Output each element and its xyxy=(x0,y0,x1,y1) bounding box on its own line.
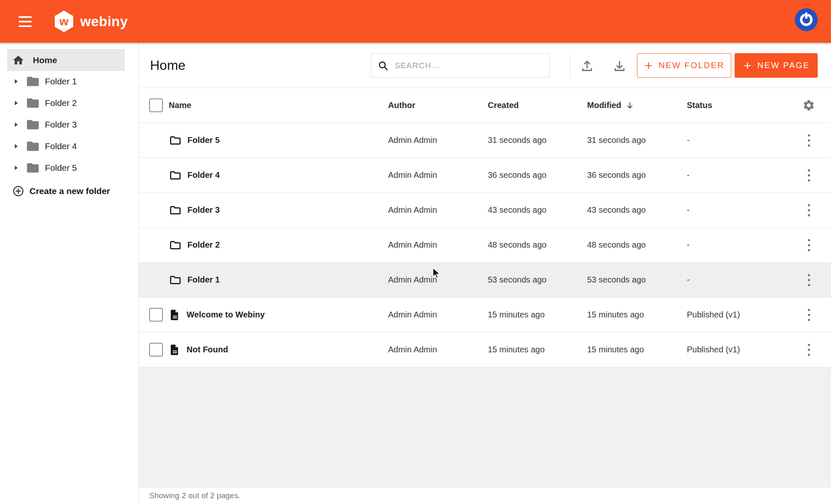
page-icon xyxy=(169,309,181,321)
column-header-author[interactable]: Author xyxy=(388,101,488,110)
row-author: Admin Admin xyxy=(388,275,488,285)
new-page-button[interactable]: NEW PAGE xyxy=(735,53,818,78)
import-button[interactable] xyxy=(578,58,596,74)
sidebar-item-folder-4[interactable]: Folder 4 xyxy=(0,135,138,157)
folder-icon xyxy=(26,161,40,175)
row-created: 31 seconds ago xyxy=(488,135,587,145)
row-menu-button[interactable] xyxy=(803,167,815,184)
row-author: Admin Admin xyxy=(388,345,488,354)
row-name: Folder 1 xyxy=(187,275,220,285)
column-header-name[interactable]: Name xyxy=(169,101,388,110)
caret-right-icon[interactable] xyxy=(11,77,20,86)
search-input[interactable] xyxy=(395,61,543,70)
toolbar: Home NEW FOLDER xyxy=(139,43,831,88)
main-content: Home NEW FOLDER xyxy=(139,43,831,504)
row-menu-button[interactable] xyxy=(803,341,815,359)
select-all-checkbox[interactable] xyxy=(149,98,163,112)
webiny-logo[interactable]: w webiny xyxy=(54,0,128,43)
row-modified: 48 seconds ago xyxy=(587,240,687,250)
kebab-icon xyxy=(807,203,811,217)
page-title: Home xyxy=(150,58,185,73)
folder-icon xyxy=(26,118,40,132)
row-modified: 43 seconds ago xyxy=(587,205,687,215)
sidebar-folder-label: Folder 2 xyxy=(45,98,77,108)
brand-wordmark: webiny xyxy=(80,14,128,30)
row-menu-button[interactable] xyxy=(803,236,815,254)
row-modified: 36 seconds ago xyxy=(587,170,687,180)
plus-icon xyxy=(644,61,654,71)
column-header-created[interactable]: Created xyxy=(488,101,587,110)
row-checkbox[interactable] xyxy=(149,343,163,356)
create-new-folder-button[interactable]: Create a new folder xyxy=(0,180,138,202)
row-name: Welcome to Webiny xyxy=(187,310,265,320)
table-empty-area xyxy=(139,367,831,487)
row-name: Folder 2 xyxy=(187,240,220,250)
search-icon xyxy=(378,60,388,71)
sidebar-home-label: Home xyxy=(33,55,57,65)
sidebar-item-folder-1[interactable]: Folder 1 xyxy=(0,71,138,92)
table-row[interactable]: Folder 4 Admin Admin 36 seconds ago 36 s… xyxy=(139,158,831,193)
plus-icon xyxy=(742,61,752,71)
table-row[interactable]: Folder 1 Admin Admin 53 seconds ago 53 s… xyxy=(139,263,831,297)
new-page-label: NEW PAGE xyxy=(757,61,810,70)
folder-icon xyxy=(169,204,182,217)
row-name: Not Found xyxy=(187,345,228,354)
row-created: 53 seconds ago xyxy=(488,275,587,285)
row-modified: 31 seconds ago xyxy=(587,135,687,145)
upload-icon xyxy=(580,59,595,74)
pagination-statusbar: Showing 2 out of 2 pages. xyxy=(139,487,831,504)
row-menu-button[interactable] xyxy=(803,271,815,289)
sidebar-folder-label: Folder 3 xyxy=(45,120,77,130)
menu-icon[interactable] xyxy=(19,13,35,30)
new-folder-button[interactable]: NEW FOLDER xyxy=(637,53,731,78)
row-status: - xyxy=(687,240,787,250)
table-row[interactable]: Not Found Admin Admin 15 minutes ago 15 … xyxy=(139,332,831,367)
table-row[interactable]: Folder 2 Admin Admin 48 seconds ago 48 s… xyxy=(139,228,831,263)
download-icon xyxy=(612,59,627,74)
caret-right-icon[interactable] xyxy=(11,120,20,129)
column-header-status[interactable]: Status xyxy=(687,101,787,110)
sidebar-item-folder-2[interactable]: Folder 2 xyxy=(0,92,138,114)
row-created: 43 seconds ago xyxy=(488,205,587,215)
row-menu-button[interactable] xyxy=(803,306,815,324)
table-row[interactable]: Folder 3 Admin Admin 43 seconds ago 43 s… xyxy=(139,193,831,228)
sidebar-folder-label: Folder 5 xyxy=(45,163,77,173)
row-author: Admin Admin xyxy=(388,205,488,215)
search-box xyxy=(371,53,550,78)
row-modified: 15 minutes ago xyxy=(587,345,687,354)
home-icon xyxy=(12,54,25,66)
sidebar-folder-label: Folder 1 xyxy=(45,76,77,86)
kebab-icon xyxy=(807,238,811,252)
table-row[interactable]: Welcome to Webiny Admin Admin 15 minutes… xyxy=(139,297,831,332)
row-name: Folder 5 xyxy=(187,135,220,145)
folder-icon xyxy=(26,139,40,153)
sidebar-item-folder-5[interactable]: Folder 5 xyxy=(0,157,138,179)
sidebar-item-home[interactable]: Home xyxy=(7,49,125,71)
row-checkbox[interactable] xyxy=(149,308,163,322)
row-menu-button[interactable] xyxy=(803,132,815,149)
row-name: Folder 4 xyxy=(187,170,220,180)
row-modified: 15 minutes ago xyxy=(587,310,687,320)
folder-icon xyxy=(169,238,182,252)
row-menu-button[interactable] xyxy=(803,202,815,219)
row-created: 48 seconds ago xyxy=(488,240,587,250)
kebab-icon xyxy=(807,343,811,357)
row-author: Admin Admin xyxy=(388,240,488,250)
pagination-text: Showing 2 out of 2 pages. xyxy=(149,491,241,500)
caret-right-icon[interactable] xyxy=(11,163,20,172)
folder-icon xyxy=(26,96,40,110)
table-settings-button[interactable] xyxy=(802,99,815,112)
caret-right-icon[interactable] xyxy=(11,98,20,108)
column-header-modified[interactable]: Modified xyxy=(587,101,687,110)
avatar[interactable] xyxy=(794,8,818,32)
sidebar-item-folder-3[interactable]: Folder 3 xyxy=(0,114,138,135)
table-row[interactable]: Folder 5 Admin Admin 31 seconds ago 31 s… xyxy=(139,123,831,158)
row-status: Published (v1) xyxy=(687,310,787,320)
webiny-admin-screen: w webiny Home Folder 1 xyxy=(0,0,831,504)
row-status: - xyxy=(687,170,787,180)
row-author: Admin Admin xyxy=(388,135,488,145)
topbar: w webiny xyxy=(0,0,831,43)
export-button[interactable] xyxy=(610,58,629,74)
caret-right-icon[interactable] xyxy=(11,142,20,151)
page-icon xyxy=(169,344,181,356)
